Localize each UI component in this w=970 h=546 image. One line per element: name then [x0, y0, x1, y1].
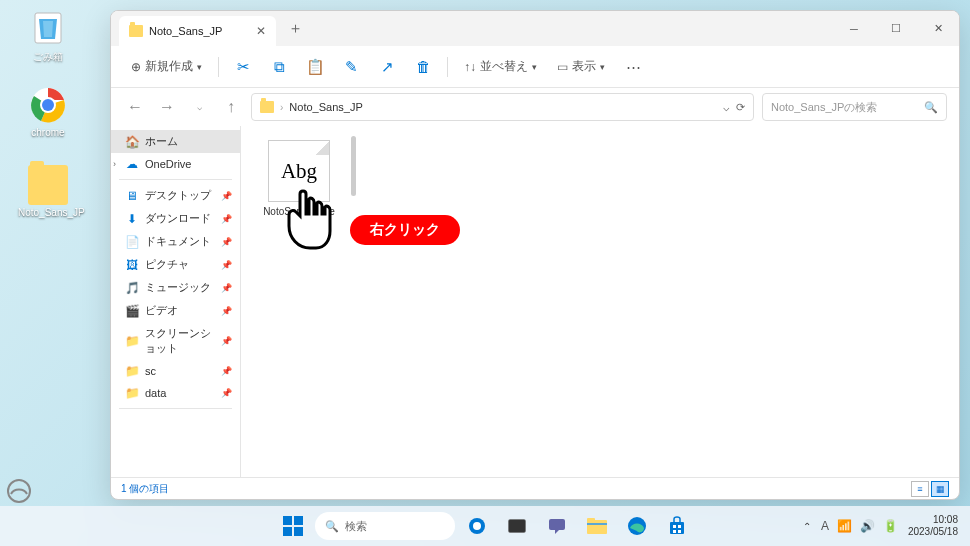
desktop-recycle-bin[interactable]: ごみ箱 — [18, 8, 78, 64]
more-button[interactable]: ⋯ — [617, 51, 649, 83]
sidebar-data[interactable]: 📁 data 📌 — [111, 382, 240, 404]
document-icon: 📄 — [125, 235, 139, 249]
tab-noto[interactable]: Noto_Sans_JP ✕ — [119, 16, 276, 46]
volume-icon[interactable]: 🔊 — [860, 519, 875, 533]
folder-icon: 📁 — [125, 364, 139, 378]
close-icon[interactable]: ✕ — [256, 24, 266, 38]
task-copilot[interactable] — [459, 508, 495, 544]
sidebar-onedrive[interactable]: › ☁ OneDrive — [111, 153, 240, 175]
clock[interactable]: 10:08 2023/05/18 — [908, 514, 958, 538]
search-label: 検索 — [345, 519, 367, 534]
share-button[interactable]: ↗ — [371, 51, 403, 83]
taskbar-center: 🔍 検索 — [275, 508, 695, 544]
new-tab-button[interactable]: ＋ — [288, 19, 303, 38]
date: 2023/05/18 — [908, 526, 958, 538]
view-icon: ▭ — [557, 60, 568, 74]
task-chat[interactable] — [539, 508, 575, 544]
clipboard-icon: 📋 — [306, 58, 325, 76]
icons-view-button[interactable]: ▦ — [931, 481, 949, 497]
paste-button[interactable]: 📋 — [299, 51, 331, 83]
pin-icon: 📌 — [221, 214, 232, 224]
task-edge[interactable] — [619, 508, 655, 544]
ime-icon[interactable]: A — [821, 519, 829, 533]
tab-title: Noto_Sans_JP — [149, 25, 222, 37]
task-explorer[interactable] — [579, 508, 615, 544]
separator — [218, 57, 219, 77]
sort-button[interactable]: ↑↓ 並べ替え ▾ — [456, 54, 545, 79]
sidebar-screenshots[interactable]: 📁 スクリーンショット 📌 — [111, 322, 240, 360]
sidebar-videos[interactable]: 🎬 ビデオ 📌 — [111, 299, 240, 322]
task-store[interactable] — [659, 508, 695, 544]
back-button[interactable]: ← — [123, 95, 147, 119]
sidebar-downloads[interactable]: ⬇ ダウンロード 📌 — [111, 207, 240, 230]
up-button[interactable]: ↑ — [219, 95, 243, 119]
widgets-icon[interactable] — [6, 478, 32, 504]
address-bar[interactable]: › Noto_Sans_JP ⌵ ⟳ — [251, 93, 754, 121]
svg-rect-5 — [283, 516, 292, 525]
sort-icon: ↑↓ — [464, 60, 476, 74]
taskbar: 🔍 検索 ⌃ A 📶 🔊 🔋 10:08 2023/05/18 — [0, 506, 970, 546]
file-noto-sans-regular[interactable]: Abg NotoSansJP-Reg... — [259, 140, 339, 228]
view-label: 表示 — [572, 58, 596, 75]
new-button[interactable]: ⊕ 新規作成 ▾ — [123, 54, 210, 79]
svg-rect-22 — [678, 530, 681, 533]
taskbar-search[interactable]: 🔍 検索 — [315, 512, 455, 540]
sidebar-sc[interactable]: 📁 sc 📌 — [111, 360, 240, 382]
sidebar-desktop[interactable]: 🖥 デスクトップ 📌 — [111, 184, 240, 207]
delete-button[interactable]: 🗑 — [407, 51, 439, 83]
pin-icon: 📌 — [221, 237, 232, 247]
task-taskview[interactable] — [499, 508, 535, 544]
rename-button[interactable]: ✎ — [335, 51, 367, 83]
sidebar-pictures[interactable]: 🖼 ピクチャ 📌 — [111, 253, 240, 276]
desktop-chrome[interactable]: chrome — [18, 85, 78, 138]
sidebar-label: デスクトップ — [145, 188, 211, 203]
forward-button[interactable]: → — [155, 95, 179, 119]
system-tray: ⌃ A 📶 🔊 🔋 10:08 2023/05/18 — [803, 514, 958, 538]
desktop-icon: 🖥 — [125, 189, 139, 203]
desktop-folder-label: Noto_Sans_JP — [18, 207, 78, 218]
plus-circle-icon: ⊕ — [131, 60, 141, 74]
recent-button[interactable]: ⌵ — [187, 95, 211, 119]
share-icon: ↗ — [381, 58, 394, 76]
addr-actions: ⌵ ⟳ — [723, 101, 745, 114]
chrome-icon — [28, 85, 68, 125]
nav-buttons: ← → ⌵ ↑ — [123, 95, 243, 119]
sort-label: 並べ替え — [480, 58, 528, 75]
close-button[interactable]: ✕ — [917, 11, 959, 46]
file-name: NotoSansJP-Reg... — [259, 206, 339, 228]
separator — [447, 57, 448, 77]
recycle-bin-label: ごみ箱 — [18, 50, 78, 64]
view-button[interactable]: ▭ 表示 ▾ — [549, 54, 613, 79]
minimize-button[interactable]: ─ — [833, 11, 875, 46]
search-input[interactable]: Noto_Sans_JPの検索 🔍 — [762, 93, 947, 121]
desktop-folder-noto[interactable]: Noto_Sans_JP — [18, 165, 78, 218]
window-body: 🏠 ホーム › ☁ OneDrive 🖥 デスクトップ 📌 ⬇ ダウンロード 📌… — [111, 126, 959, 477]
refresh-button[interactable]: ⟳ — [736, 101, 745, 114]
font-preview: Abg — [281, 159, 317, 184]
sidebar-music[interactable]: 🎵 ミュージック 📌 — [111, 276, 240, 299]
item-count: 1 個の項目 — [121, 482, 169, 496]
sidebar-home[interactable]: 🏠 ホーム — [111, 130, 240, 153]
battery-icon[interactable]: 🔋 — [883, 519, 898, 533]
chevron-down-icon[interactable]: ⌵ — [723, 101, 730, 114]
cut-button[interactable]: ✂ — [227, 51, 259, 83]
sidebar-documents[interactable]: 📄 ドキュメント 📌 — [111, 230, 240, 253]
chevron-right-icon[interactable]: › — [113, 159, 116, 169]
sidebar-label: OneDrive — [145, 158, 191, 170]
svg-rect-7 — [283, 527, 292, 536]
pin-icon: 📌 — [221, 336, 232, 346]
content-area[interactable]: Abg NotoSansJP-Reg... — [241, 126, 959, 477]
tray-chevron-up-icon[interactable]: ⌃ — [803, 521, 811, 532]
folder-icon: 📁 — [125, 386, 139, 400]
start-button[interactable] — [275, 508, 311, 544]
sidebar-label: ドキュメント — [145, 234, 211, 249]
scrollbar[interactable] — [351, 136, 356, 196]
details-view-button[interactable]: ≡ — [911, 481, 929, 497]
download-icon: ⬇ — [125, 212, 139, 226]
home-icon: 🏠 — [125, 135, 139, 149]
maximize-button[interactable]: ☐ — [875, 11, 917, 46]
copy-button[interactable]: ⧉ — [263, 51, 295, 83]
wifi-icon[interactable]: 📶 — [837, 519, 852, 533]
breadcrumb[interactable]: Noto_Sans_JP — [289, 101, 362, 113]
svg-rect-13 — [549, 519, 565, 530]
